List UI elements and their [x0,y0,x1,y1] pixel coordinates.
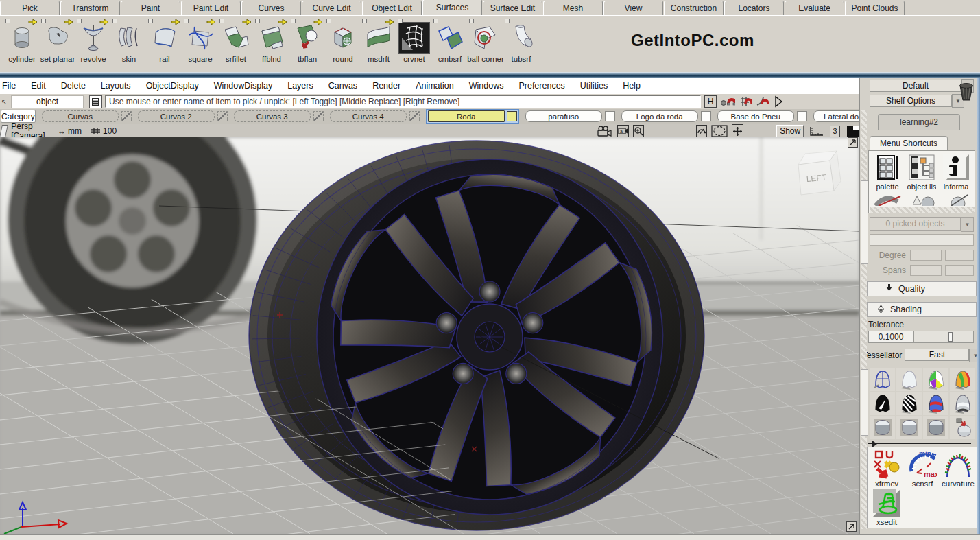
layer-curvas-2[interactable]: Curvas 2 [138,110,228,122]
layer-toggle-box[interactable] [507,111,517,121]
shortcut-object-lis[interactable]: object lis [905,154,939,191]
tool-option-marker[interactable] [112,19,117,23]
shelf-set-value[interactable]: Default [870,80,961,92]
layer-base-do-pneu[interactable]: Base do Pneu [717,110,807,122]
shelf-options-value[interactable]: Shelf Options [870,95,952,107]
tolerance-slider-thumb[interactable] [948,332,953,342]
shading-style-silhouette[interactable] [870,392,895,415]
shelf-tab-paint[interactable]: Paint [121,1,180,15]
pick-mode-field[interactable]: object [11,95,84,108]
play-icon[interactable] [773,95,784,108]
shelf-options-dropdown[interactable]: Shelf Options ▼ [870,94,964,108]
shading-style-patch-colors[interactable] [923,368,948,391]
prompt-input[interactable]: Use mouse or enter name of item to pick … [105,95,701,108]
tool-option-marker[interactable] [433,19,438,23]
shading-style-wireframe[interactable] [870,368,895,391]
shelf-tab-locators[interactable]: Locators [724,1,784,15]
layer-curvas[interactable]: Curvas [42,110,132,122]
shelf-tab-point-clouds[interactable]: Point Clouds [845,1,905,15]
menu-preferences[interactable]: Preferences [511,81,572,91]
tool-set-planar[interactable]: set planar [40,19,75,69]
magnet-curve-icon[interactable] [756,96,769,107]
shading-style-highlight-stripes[interactable] [923,392,948,415]
degree-field-2[interactable] [945,250,974,261]
show-button[interactable]: Show [776,125,804,137]
trash-icon[interactable] [957,82,975,104]
panel-scrollbar[interactable] [861,110,867,529]
menu-edit[interactable]: Edit [23,81,53,91]
shelf-tab-paint-edit[interactable]: Paint Edit [181,1,241,15]
menu-file[interactable]: File [0,81,23,91]
shading-style-knob-a[interactable] [870,416,895,439]
tool-ball-corner[interactable]: ball corner [468,19,503,69]
tessellator-dropdown[interactable]: Fast ▼ [905,349,980,362]
shelf-tab-curve-edit[interactable]: Curve Edit [302,1,361,15]
corner-window-icon[interactable] [847,126,859,137]
tool-srfillet[interactable]: srfillet [218,19,254,69]
tool-curvature[interactable]: curvature [940,449,976,488]
history-button[interactable]: H [704,95,717,108]
tool-option-marker[interactable] [41,19,46,23]
circle-select-icon[interactable] [711,125,728,137]
tool-option-marker[interactable] [219,19,224,23]
layer-name[interactable]: Curvas [42,110,119,122]
shelf-tab-object-edit[interactable]: Object Edit [362,1,422,15]
view-cube[interactable]: LEFT [798,151,841,195]
degree-field-1[interactable] [910,250,942,261]
shelf-tab-pick[interactable]: Pick [0,1,60,15]
panel-scrollbar-thumb[interactable] [861,180,868,264]
tool-option-marker[interactable] [505,19,510,23]
shelf-tab-construction[interactable]: Construction [664,1,724,15]
layer-name[interactable]: Curvas 4 [330,110,407,122]
layer-name[interactable]: Logo da roda [621,110,698,122]
menu-layers[interactable]: Layers [280,81,321,91]
shading-style-shaded-white[interactable] [896,368,922,391]
menu-objectdisplay[interactable]: ObjectDisplay [139,81,206,91]
pan-icon[interactable] [732,124,743,138]
viewport-resize-icon-top[interactable] [848,137,858,148]
layer-parafuso[interactable]: parafuso [525,110,615,122]
shading-style-chrome[interactable] [950,392,975,415]
tool-msdrft[interactable]: msdrft [361,19,396,69]
viewport-resize-icon-bottom[interactable] [846,521,857,532]
layer-toggle-box[interactable] [121,111,132,121]
tool-option-marker[interactable] [184,19,189,23]
menu-canvas[interactable]: Canvas [321,81,365,91]
shelf-tab-view[interactable]: View [603,1,663,15]
magnet-point-icon[interactable] [720,96,735,107]
quality-section-header[interactable]: Quality [867,281,977,296]
shading-style-zebra[interactable] [896,392,922,415]
tool-option-marker[interactable] [148,19,153,23]
perspective-viewport[interactable]: LEFT [0,137,859,534]
shading-section-header[interactable]: Shading [867,302,977,317]
detail-level-button[interactable]: 3 [830,126,840,137]
tolerance-slider[interactable] [913,331,974,343]
layer-toggle-box[interactable] [217,111,228,121]
layer-toggle-box[interactable] [797,111,807,121]
menu-animation[interactable]: Animation [408,81,462,91]
layer-roda[interactable]: Roda [426,109,519,124]
shading-style-knob-b[interactable] [896,416,922,439]
tessellator-value[interactable]: Fast [905,349,969,361]
menu-help[interactable]: Help [615,81,648,91]
tool-round[interactable]: round [325,19,361,69]
tool-skin[interactable]: skin [111,19,147,69]
viewport-corner-icon[interactable] [0,125,8,137]
shading-style-spray[interactable] [950,416,975,439]
layer-toggle-box[interactable] [605,111,615,121]
ruler-icon[interactable] [809,126,824,137]
layer-name[interactable]: Roda [428,110,505,122]
tool-square[interactable]: square [182,19,218,69]
chevron-down-icon[interactable]: ▼ [961,217,974,232]
shortcut-hscrollbar[interactable] [870,207,975,213]
tab-learning[interactable]: learning#2 [878,114,960,130]
layer-curvas-4[interactable]: Curvas 4 [330,110,420,122]
tool-option-marker[interactable] [469,19,474,23]
tool-tubsrf[interactable]: tubsrf [503,19,539,69]
tool-tbflan[interactable]: tbflan [289,19,325,69]
layer-name[interactable]: parafuso [525,110,602,122]
spans-field-2[interactable] [945,265,974,276]
tool-crvnet[interactable]: crvnet [396,19,432,69]
tab-menu-shortcuts[interactable]: Menu Shortcuts [870,136,948,150]
picked-objects-dropdown[interactable]: 0 picked objects ▼ [870,217,974,232]
